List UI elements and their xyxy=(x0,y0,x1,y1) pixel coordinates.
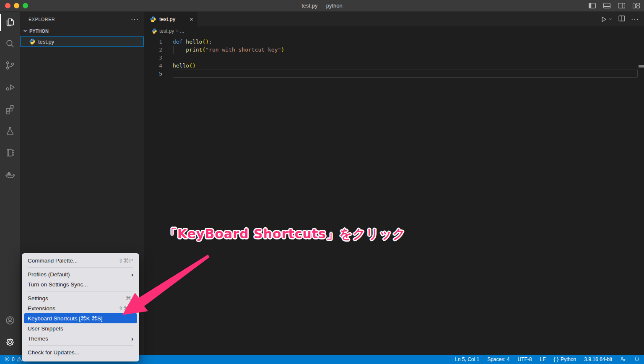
code-line[interactable]: def hello(): xyxy=(173,38,638,46)
menu-item-settings[interactable]: Settings⌘, xyxy=(24,293,137,303)
customize-layout-icon[interactable] xyxy=(633,3,640,10)
menu-item-profiles-default[interactable]: Profiles (Default)› xyxy=(24,269,137,279)
language-label: Python xyxy=(561,356,576,362)
menu-item-shortcut: ⌘, xyxy=(125,295,133,302)
menu-item-label: Command Palette... xyxy=(28,257,78,264)
breadcrumb-file[interactable]: test.py xyxy=(159,28,174,34)
python-file-icon xyxy=(151,28,157,34)
menu-item-label: Profiles (Default) xyxy=(28,271,70,278)
sidebar-item-source-control[interactable] xyxy=(0,55,20,77)
line-number: 1 xyxy=(144,38,166,46)
code-line[interactable]: hello() xyxy=(173,62,638,70)
toggle-sidebar-icon[interactable] xyxy=(589,3,596,10)
close-tab-icon[interactable]: × xyxy=(190,16,193,22)
line-number: 4 xyxy=(144,62,166,70)
account-icon xyxy=(5,315,16,328)
code-lines: def hello(): print("run with shortcut ke… xyxy=(173,38,638,78)
cursor-position-status[interactable]: Ln 5, Col 1 xyxy=(455,356,479,362)
overview-ruler-cursor-decoration xyxy=(639,65,644,68)
bell-icon xyxy=(634,356,640,363)
menu-item-label: Themes xyxy=(28,335,48,342)
toggle-secondary-sidebar-icon[interactable] xyxy=(618,3,625,10)
explorer-header: EXPLORER ··· xyxy=(20,12,144,26)
menu-item-label: User Snippets xyxy=(28,325,63,332)
gear-menu: Command Palette...⇧⌘PProfiles (Default)›… xyxy=(22,253,139,361)
menu-item-extensions[interactable]: Extensions⇧⌘X xyxy=(24,303,137,313)
sidebar-item-run-and-debug[interactable] xyxy=(0,77,20,99)
braces-icon: { } xyxy=(554,356,558,362)
breadcrumb-symbol[interactable]: ... xyxy=(180,28,184,34)
editor-group: test.py × ··· test.py › ... 1234 xyxy=(144,12,644,355)
activity-bar xyxy=(0,12,20,355)
feedback-button[interactable] xyxy=(620,356,626,363)
menu-item-command-palette[interactable]: Command Palette...⇧⌘P xyxy=(24,255,137,265)
files-icon xyxy=(5,16,16,29)
run-python-file-button[interactable] xyxy=(600,16,613,23)
error-count: 0 xyxy=(12,356,15,362)
notebook-icon xyxy=(5,147,16,160)
breadcrumb-separator-icon: › xyxy=(176,28,178,34)
line-number: 3 xyxy=(144,54,166,62)
accounts-button[interactable] xyxy=(0,310,20,332)
source-control-icon xyxy=(5,60,16,73)
manage-button[interactable] xyxy=(0,332,20,354)
code-line[interactable] xyxy=(173,54,638,62)
line-number: 5 xyxy=(144,70,166,78)
gear-icon xyxy=(5,337,16,349)
eol-status[interactable]: LF xyxy=(540,356,546,362)
sidebar-item-extensions[interactable] xyxy=(0,99,20,121)
submenu-chevron-icon: › xyxy=(131,335,133,342)
encoding-status[interactable]: UTF-8 xyxy=(518,356,532,362)
notifications-button[interactable] xyxy=(634,356,640,363)
language-mode-status[interactable]: { } Python xyxy=(554,356,576,362)
split-editor-icon[interactable] xyxy=(618,15,625,23)
titlebar-layout-actions xyxy=(589,3,640,10)
editor-actions: ··· xyxy=(600,12,639,26)
menu-item-check-for-updates[interactable]: Check for Updates... xyxy=(24,347,137,357)
python-file-icon xyxy=(150,16,156,23)
indentation-status[interactable]: Spaces: 4 xyxy=(487,356,509,362)
code-line[interactable] xyxy=(173,70,638,78)
menu-separator xyxy=(28,267,133,268)
menu-item-label: Check for Updates... xyxy=(28,349,79,356)
folder-name: PYTHON xyxy=(29,29,49,34)
sidebar-item-search[interactable] xyxy=(0,34,20,55)
code-line[interactable]: print("run with shortcut key") xyxy=(173,46,638,54)
chevron-down-icon xyxy=(608,17,613,21)
menu-item-shortcut: ⇧⌘X xyxy=(118,305,133,312)
file-item-testpy[interactable]: test.py xyxy=(20,36,144,47)
explorer-more-actions-icon[interactable]: ··· xyxy=(131,16,139,23)
warning-icon xyxy=(16,356,22,363)
folder-section-header[interactable]: PYTHON xyxy=(20,26,144,36)
menu-item-themes[interactable]: Themes› xyxy=(24,333,137,343)
chevron-down-icon xyxy=(22,27,29,35)
sidebar-item-explorer[interactable] xyxy=(0,12,20,34)
vscode-window: test.py — python xyxy=(0,0,644,364)
menu-item-keyboard-shortcuts-k-s[interactable]: Keyboard Shortcuts [⌘K ⌘S] xyxy=(24,313,137,323)
python-interpreter-status[interactable]: 3.9.16 64-bit xyxy=(584,356,612,362)
beaker-icon xyxy=(5,125,16,138)
more-actions-icon[interactable]: ··· xyxy=(631,16,639,23)
line-numbers: 12345 xyxy=(144,38,166,78)
tab-testpy[interactable]: test.py × xyxy=(144,12,197,26)
menu-separator xyxy=(28,345,133,346)
activity-bar-bottom xyxy=(0,310,20,354)
minimap-border xyxy=(638,36,638,355)
sidebar-item-notebook[interactable] xyxy=(0,143,20,164)
menu-item-user-snippets[interactable]: User Snippets xyxy=(24,323,137,333)
menu-item-shortcut: ⇧⌘P xyxy=(118,257,133,264)
play-icon xyxy=(600,16,607,23)
tab-strip: test.py × ··· xyxy=(144,12,644,26)
tab-label: test.py xyxy=(159,16,175,22)
python-file-icon xyxy=(29,38,36,45)
menu-item-turn-on-settings-sync[interactable]: Turn on Settings Sync... xyxy=(24,279,137,289)
menu-item-label: Turn on Settings Sync... xyxy=(28,281,88,288)
menu-separator xyxy=(28,291,133,291)
menu-item-label: Keyboard Shortcuts [⌘K ⌘S] xyxy=(28,315,103,322)
extensions-icon xyxy=(5,104,16,116)
sidebar-item-testing[interactable] xyxy=(0,121,20,143)
sidebar-item-docker[interactable] xyxy=(0,164,20,186)
window-title: test.py — python xyxy=(0,3,644,9)
toggle-panel-icon[interactable] xyxy=(603,3,610,10)
annotation-text: 「KeyBoard Shortcuts」をクリック xyxy=(164,226,406,243)
